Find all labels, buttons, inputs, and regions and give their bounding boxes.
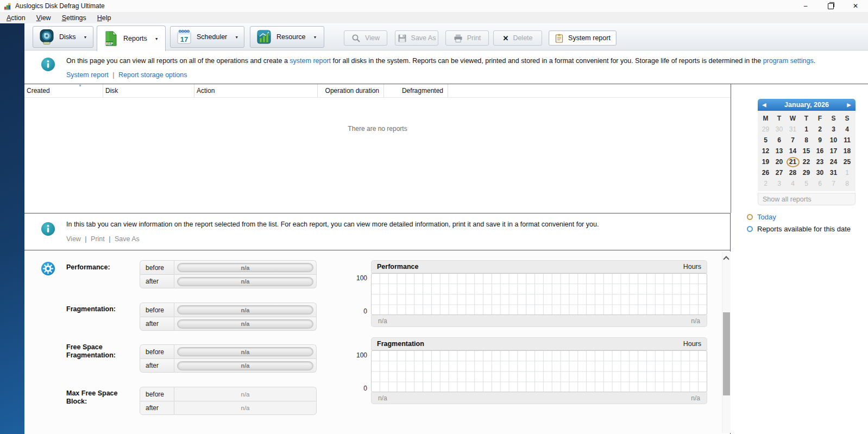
chart-title: Fragmentation	[377, 340, 424, 348]
chevron-down-icon[interactable]: ▼	[313, 35, 317, 39]
calendar-next-button[interactable]: ▶	[842, 99, 856, 111]
chevron-down-icon[interactable]: ▼	[155, 37, 159, 41]
calendar-day[interactable]: 5	[800, 178, 813, 189]
chevron-right-icon: ▶	[847, 102, 851, 108]
fragmentation-y-min: 0	[348, 385, 367, 392]
calendar-day[interactable]: 14	[786, 146, 800, 156]
delete-button[interactable]: ✕ Delete	[493, 30, 542, 46]
tab-reports[interactable]: REP Reports ▼	[97, 26, 166, 51]
gear-icon	[41, 261, 55, 276]
calendar-day[interactable]: 1	[800, 124, 813, 135]
link-save-as[interactable]: Save As	[115, 235, 140, 243]
column-header-action[interactable]: Action	[194, 84, 318, 97]
calendar-day[interactable]: 2	[813, 124, 827, 135]
calendar-day[interactable]: 3	[772, 178, 786, 189]
delete-button-label: Delete	[513, 34, 532, 42]
calendar-day[interactable]: 29	[759, 124, 772, 135]
minimize-icon: –	[804, 2, 808, 10]
menu-item-settings[interactable]: Settings	[56, 14, 92, 22]
column-header-created[interactable]: Created	[24, 84, 103, 97]
link-system-report[interactable]: System report	[66, 71, 109, 79]
window-controls: – ✕	[793, 0, 868, 12]
scroll-up-icon[interactable]	[724, 256, 728, 260]
inline-link[interactable]: program settings	[763, 57, 814, 65]
calendar-day[interactable]: 3	[827, 124, 840, 135]
scrollbar-thumb[interactable]	[723, 312, 730, 395]
calendar-day[interactable]: 2	[759, 178, 772, 189]
calendar-day[interactable]: 11	[840, 135, 854, 146]
tab-resource[interactable]: Resource ▼	[250, 26, 324, 48]
calendar-day[interactable]: 8	[840, 178, 854, 189]
calendar-day[interactable]: 23	[813, 156, 827, 167]
info-text-segment: for all disks in the system. Reports can…	[331, 57, 763, 65]
chevron-down-icon[interactable]: ▼	[235, 35, 238, 39]
show-all-reports-button[interactable]: Show all reports	[758, 193, 856, 205]
calendar-day[interactable]: 24	[827, 156, 840, 167]
calendar-day[interactable]: 20	[772, 156, 786, 167]
calendar-day[interactable]: 19	[759, 156, 772, 167]
calendar-day[interactable]: 10	[827, 135, 840, 146]
details-scrollbar[interactable]	[722, 251, 731, 433]
calendar-day[interactable]: 31	[827, 167, 840, 178]
calendar-day-today[interactable]: 21	[786, 156, 800, 167]
view-button[interactable]: View	[344, 30, 387, 46]
calendar-day[interactable]: 29	[800, 167, 813, 178]
metric-row-after: aftern/a	[140, 274, 317, 288]
calendar-day[interactable]: 25	[840, 156, 854, 167]
metric-value: n/a	[177, 319, 313, 329]
calendar-day[interactable]: 4	[840, 124, 854, 135]
fragmentation-chart: Fragmentation Hours n/a n/a	[371, 337, 707, 404]
calendar: ◀ January, 2026 ▶ MTWTFSS 29303112345678…	[758, 99, 856, 205]
calendar-day[interactable]: 31	[786, 124, 800, 135]
minimize-button[interactable]: –	[793, 0, 818, 12]
tab-scheduler[interactable]: 17 Scheduler ▼	[170, 26, 244, 48]
calendar-day[interactable]: 6	[772, 135, 786, 146]
calendar-day[interactable]: 27	[772, 167, 786, 178]
link-view[interactable]: View	[66, 235, 81, 243]
report-detail-links: View | Print | Save As	[66, 235, 140, 243]
performance-chart: Performance Hours n/a n/a	[371, 260, 707, 327]
calendar-day[interactable]: 8	[800, 135, 813, 146]
calendar-day[interactable]: 4	[786, 178, 800, 189]
calendar-day[interactable]: 28	[786, 167, 800, 178]
calendar-day[interactable]: 17	[827, 146, 840, 156]
link-report-storage-options[interactable]: Report storage options	[118, 71, 187, 79]
system-report-button[interactable]: System report	[549, 30, 617, 46]
calendar-day[interactable]: 9	[813, 135, 827, 146]
menu-item-action[interactable]: Action	[1, 14, 31, 22]
weekday-label: M	[759, 112, 772, 124]
calendar-day[interactable]: 1	[840, 167, 854, 178]
metric-value: n/a	[177, 405, 313, 411]
restore-button[interactable]	[818, 0, 843, 12]
save-as-button[interactable]: Save As	[395, 30, 438, 46]
calendar-day[interactable]: 7	[827, 178, 840, 189]
calendar-day[interactable]: 12	[759, 146, 772, 156]
menu-item-help[interactable]: Help	[92, 14, 117, 22]
column-header-defragmented[interactable]: Defragmented	[384, 84, 448, 97]
calendar-day[interactable]: 13	[772, 146, 786, 156]
tab-disks[interactable]: Disks ▼	[33, 26, 93, 48]
column-header-operation-duration[interactable]: Operation duration	[318, 84, 384, 97]
calendar-day[interactable]: 15	[800, 146, 813, 156]
metric-row-label: after	[140, 317, 174, 331]
calendar-day[interactable]: 30	[772, 124, 786, 135]
calendar-day[interactable]: 22	[800, 156, 813, 167]
inline-link[interactable]: system report	[290, 57, 331, 65]
calendar-day[interactable]: 5	[759, 135, 772, 146]
calendar-day[interactable]: 18	[840, 146, 854, 156]
close-button[interactable]: ✕	[843, 0, 868, 12]
calendar-day[interactable]: 26	[759, 167, 772, 178]
link-separator: |	[83, 235, 89, 243]
print-button[interactable]: Print	[445, 30, 489, 46]
calendar-day[interactable]: 6	[813, 178, 827, 189]
calendar-prev-button[interactable]: ◀	[758, 99, 771, 111]
column-header-disk[interactable]: Disk	[103, 84, 194, 97]
fragmentation-chart-grid	[371, 350, 707, 392]
calendar-day[interactable]: 16	[813, 146, 827, 156]
metric-value-bar: n/a	[174, 274, 317, 288]
link-print[interactable]: Print	[91, 235, 105, 243]
calendar-day[interactable]: 30	[813, 167, 827, 178]
menu-item-view[interactable]: View	[31, 14, 56, 22]
chevron-down-icon[interactable]: ▼	[84, 35, 87, 39]
calendar-day[interactable]: 7	[786, 135, 800, 146]
